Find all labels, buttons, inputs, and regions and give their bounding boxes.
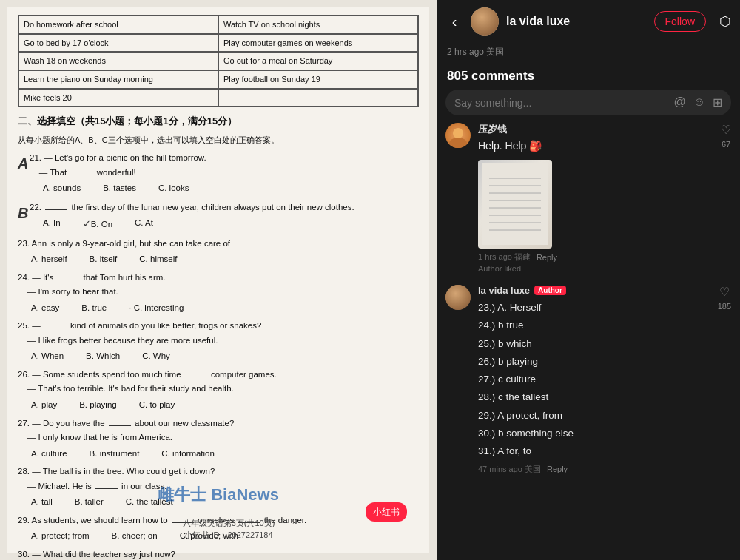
follow-button[interactable]: Follow — [654, 11, 706, 32]
table-cell: Go to bed by 17 o'clock — [18, 34, 218, 53]
share-icon[interactable]: ⬡ — [719, 13, 731, 30]
social-panel: ‹ la vida luxe Follow ⬡ 2 hrs ago 美国 805… — [437, 0, 740, 560]
comment-image-preview — [478, 160, 552, 249]
question-21: A 21. — Let's go for a picnic on the hil… — [18, 151, 419, 196]
question-26: 26. — Some students spend too much time … — [18, 368, 419, 413]
comments-area[interactable]: 压岁钱 Help. Help 🎒 — [437, 123, 740, 560]
reply-button[interactable]: Reply — [536, 253, 557, 262]
answer-item: 27.) c culture — [478, 371, 710, 388]
header: ‹ la vida luxe Follow ⬡ — [437, 0, 740, 43]
question-30: 30. — What did the teacher say just now?… — [18, 547, 419, 560]
mention-icon[interactable]: @ — [673, 95, 685, 109]
avatar-image — [471, 7, 499, 36]
image-icon[interactable]: ⊞ — [713, 95, 722, 109]
q22-num: 22. — [30, 203, 41, 212]
author-likes-count: 185 — [718, 302, 731, 311]
answer-item: 23.) A. Herself — [478, 299, 710, 317]
question-24: 24. — It's that Tom hurt his arm. — I'm … — [18, 271, 419, 316]
comment-item: la vida luxe Author 23.) A. Herself 24.)… — [445, 285, 731, 475]
answer-item: 29.) A protect, from — [478, 407, 710, 425]
comment-text: Help. Help 🎒 — [478, 138, 713, 154]
profile-avatar[interactable] — [471, 7, 499, 36]
svg-point-1 — [449, 138, 467, 148]
svg-point-0 — [453, 128, 463, 138]
footer-id: 小红书 ID：2027227184 — [18, 528, 437, 542]
table-cell: Play computer games on weekends — [218, 34, 418, 53]
question-23: 23. Ann is only a 9-year-old girl, but s… — [18, 237, 419, 267]
comment-time: 1 hrs ago 福建 — [478, 252, 531, 263]
q27-options: A. cultureB. instrumentC. information — [31, 447, 419, 462]
q26-options: A. playB. playingC. to play — [31, 398, 419, 413]
question-27: 27. — Do you have the about our new clas… — [18, 416, 419, 462]
question-22: B 22. the first day of the lunar new yea… — [18, 200, 419, 233]
author-username: la vida luxe Author — [478, 285, 710, 296]
svg-rect-2 — [482, 163, 548, 245]
author-badge: Author — [534, 286, 566, 295]
back-button[interactable]: ‹ — [445, 13, 463, 30]
mark-a: A — [18, 151, 28, 176]
table-cell: Play football on Sunday 19 — [218, 70, 418, 89]
q22-options: A. In✓B. OnC. At — [43, 216, 419, 232]
q25-options: A. WhenB. WhichC. Why — [31, 349, 419, 364]
author-reply-button[interactable]: Reply — [547, 465, 568, 473]
author-liked: Author liked — [478, 264, 713, 273]
comments-count: 805 comments — [437, 64, 740, 90]
comment-likes[interactable]: ♡ 67 — [721, 123, 731, 273]
answer-item: 31.) A for, to — [478, 442, 710, 460]
table-cell: Wash 18 on weekends — [18, 52, 218, 70]
table-cell — [218, 89, 418, 107]
heart-icon: ♡ — [721, 123, 731, 137]
author-comment-time-row: 47 mins ago 美国 Reply — [478, 464, 710, 475]
answer-item: 24.) b true — [478, 317, 710, 334]
comment-username: 压岁钱 — [478, 123, 713, 136]
answer-item: 26.) b playing — [478, 353, 710, 371]
answer-item: 30.) b something else — [478, 425, 710, 442]
table-cell: Learn the piano on Sunday morning — [18, 70, 218, 89]
profile-username: la vida luxe — [506, 15, 647, 28]
comment-body: 压岁钱 Help. Help 🎒 — [478, 123, 713, 273]
table-cell: Watch TV on school nights — [218, 16, 418, 34]
q23-options: A. herselfB. itselfC. himself — [31, 252, 419, 267]
question-25: 25. — kind of animals do you like better… — [18, 319, 419, 364]
table-cell: Do homework after school — [18, 16, 218, 34]
paper-content: Do homework after school Watch TV on sch… — [7, 7, 429, 553]
exam-paper-panel: Do homework after school Watch TV on sch… — [0, 0, 437, 560]
q21-options: A. soundsB. tastesC. looks — [43, 181, 419, 196]
comment-avatar-author[interactable] — [445, 285, 471, 310]
comment-input-row[interactable]: @ ☺ ⊞ — [445, 90, 731, 115]
input-icons: @ ☺ ⊞ — [673, 95, 722, 109]
comment-item: 压岁钱 Help. Help 🎒 — [445, 123, 731, 273]
author-comment-body: la vida luxe Author 23.) A. Herself 24.)… — [478, 285, 710, 475]
emoji-icon[interactable]: ☺ — [693, 95, 705, 109]
author-avatar-img — [445, 285, 471, 310]
answer-item: 28.) c the tallest — [478, 388, 710, 406]
fill-table: Do homework after school Watch TV on sch… — [18, 15, 419, 107]
answers-list: 23.) A. Herself 24.) b true 25.) b which… — [478, 299, 710, 461]
mark-b: B — [18, 200, 28, 226]
watermark: 雌牛士 BiaNews — [158, 481, 279, 508]
q21-num: 21. — [30, 153, 41, 162]
comment-image[interactable] — [478, 160, 552, 249]
comment-input[interactable] — [454, 97, 673, 109]
exam-paper: Do homework after school Watch TV on sch… — [0, 0, 437, 560]
author-comment-time: 47 mins ago 美国 — [478, 464, 541, 475]
instruction: 从每小题所给的A、B、C三个选项中，选出可以填入空白处的正确答案。 — [18, 133, 419, 147]
table-cell: Go out for a meal on Saturday — [218, 52, 418, 70]
table-cell: Mike feels 20 — [18, 89, 218, 107]
xiaohongshu-badge: 小红书 — [366, 502, 407, 522]
comment-time-row: 1 hrs ago 福建 Reply — [478, 252, 713, 263]
heart-icon-2: ♡ — [719, 285, 730, 299]
author-comment-likes[interactable]: ♡ 185 — [718, 285, 731, 475]
section-title: 二、选择填空（共15小题；每小题1分，满分15分） — [18, 113, 419, 129]
q24-options: A. easyB. true· C. interesting — [31, 301, 419, 316]
answer-item: 25.) b which — [478, 335, 710, 353]
likes-count: 67 — [722, 140, 730, 149]
post-meta: 2 hrs ago 美国 — [437, 43, 740, 64]
comment-avatar[interactable] — [445, 123, 471, 148]
